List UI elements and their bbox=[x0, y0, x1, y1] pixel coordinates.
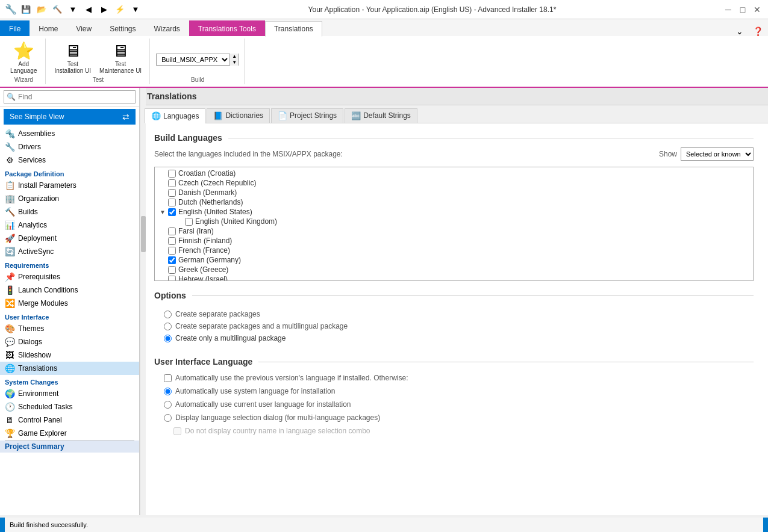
option-radio-only-multi[interactable] bbox=[164, 335, 172, 342]
sidebar-item-game-explorer[interactable]: 🏆 Game Explorer bbox=[0, 427, 139, 440]
tab-file[interactable]: File bbox=[0, 20, 30, 36]
ui-lang-current-radio[interactable] bbox=[164, 401, 172, 409]
lang-label: German (Germany) bbox=[178, 256, 241, 264]
option-separate-packages[interactable]: Create separate packages bbox=[164, 310, 744, 318]
ribbon-collapse[interactable]: ⌄ bbox=[731, 26, 748, 36]
option-radio-separate[interactable] bbox=[164, 311, 172, 318]
lang-checkbox-english-uk[interactable] bbox=[185, 218, 193, 226]
maximize-button[interactable]: □ bbox=[737, 4, 749, 16]
show-select[interactable]: Selected or known All Selected bbox=[681, 147, 754, 161]
search-input[interactable] bbox=[18, 93, 133, 101]
build-config-select[interactable]: Build_MSIX_APPX bbox=[157, 55, 229, 64]
lang-item-dutch[interactable]: Dutch (Netherlands) bbox=[155, 197, 753, 207]
lang-checkbox-croatian[interactable] bbox=[168, 170, 176, 178]
lang-item-french[interactable]: French (France) bbox=[155, 246, 753, 255]
lang-checkbox-finnish[interactable] bbox=[168, 237, 176, 245]
lang-item-english-us[interactable]: ▼ English (United States) bbox=[155, 207, 753, 217]
sidebar-item-slideshow[interactable]: 🖼 Slideshow bbox=[0, 348, 139, 362]
build-down-arrow[interactable]: ▼ bbox=[230, 60, 239, 66]
tab-home[interactable]: Home bbox=[30, 20, 67, 36]
minimize-button[interactable]: ─ bbox=[722, 4, 734, 16]
lang-checkbox-greek[interactable] bbox=[168, 266, 176, 274]
lang-checkbox-english-us[interactable] bbox=[168, 208, 176, 216]
tab-languages[interactable]: 🌐 Languages bbox=[145, 108, 205, 123]
lang-item-german[interactable]: German (Germany) bbox=[155, 255, 753, 265]
sidebar-item-deployment[interactable]: 🚀 Deployment bbox=[0, 232, 139, 245]
lang-checkbox-german[interactable] bbox=[168, 256, 176, 264]
quick-access-more[interactable]: ▼ bbox=[66, 4, 80, 16]
content-tabs: 🌐 Languages 📘 Dictionaries 📄 Project Str… bbox=[140, 105, 768, 123]
lang-item-croatian[interactable]: Croatian (Croatia) bbox=[155, 169, 753, 178]
option-radio-separate-multi[interactable] bbox=[164, 323, 172, 330]
sidebar-item-install-params[interactable]: 📋 Install Parameters bbox=[0, 179, 139, 192]
option-only-multi[interactable]: Create only a multilingual package bbox=[164, 334, 744, 342]
tab-translations-tools[interactable]: Translations Tools bbox=[189, 20, 265, 36]
section-header-user-interface: User Interface bbox=[0, 310, 139, 322]
sidebar-scrollbar[interactable] bbox=[140, 88, 146, 515]
tab-translations[interactable]: Translations bbox=[265, 21, 322, 37]
lang-item-greek[interactable]: Greek (Greece) bbox=[155, 265, 753, 274]
lang-checkbox-dutch[interactable] bbox=[168, 199, 176, 206]
lang-item-english-uk[interactable]: English (United Kingdom) bbox=[155, 217, 753, 226]
sidebar-item-merge-modules[interactable]: 🔀 Merge Modules bbox=[0, 297, 139, 310]
lang-item-finnish[interactable]: Finnish (Finland) bbox=[155, 236, 753, 246]
ui-lang-current-user[interactable]: Automatically use current user language … bbox=[154, 398, 754, 411]
tab-default-strings[interactable]: 🔤 Default Strings bbox=[345, 108, 417, 123]
tab-dictionaries[interactable]: 📘 Dictionaries bbox=[207, 108, 270, 123]
sidebar-item-dialogs[interactable]: 💬 Dialogs bbox=[0, 335, 139, 348]
sidebar-item-launch-conditions[interactable]: 🚦 Launch Conditions bbox=[0, 283, 139, 297]
ui-lang-prev-checkbox[interactable] bbox=[164, 374, 172, 382]
lang-checkbox-danish[interactable] bbox=[168, 189, 176, 197]
sidebar-item-environment[interactable]: 🌍 Environment bbox=[0, 387, 139, 400]
sidebar-item-assemblies[interactable]: 🔩 Assemblies bbox=[0, 127, 139, 140]
sidebar-item-control-panel[interactable]: 🖥 Control Panel bbox=[0, 413, 139, 427]
build-up-arrow[interactable]: ▲ bbox=[230, 54, 239, 60]
sidebar-item-builds[interactable]: 🔨 Builds bbox=[0, 205, 139, 218]
ui-lang-dialog-radio[interactable] bbox=[164, 414, 172, 422]
sidebar-item-prerequisites[interactable]: 📌 Prerequisites bbox=[0, 270, 139, 283]
quick-access-dropdown[interactable]: ▼ bbox=[129, 4, 142, 16]
lang-checkbox-hebrew[interactable] bbox=[168, 276, 176, 282]
sidebar-item-project-summary[interactable]: Project Summary bbox=[0, 441, 139, 453]
ui-lang-prev-version[interactable]: Automatically use the previous version's… bbox=[154, 371, 754, 385]
tab-project-strings[interactable]: 📄 Project Strings bbox=[271, 108, 343, 123]
test-maintenance-ui-button[interactable]: 🖥 TestMaintenance UI bbox=[96, 41, 145, 76]
build-select-wrap[interactable]: Build_MSIX_APPX ▲ ▼ bbox=[156, 54, 239, 66]
tab-view[interactable]: View bbox=[67, 20, 101, 36]
quick-access-extra[interactable]: ⚡ bbox=[113, 4, 126, 16]
lang-item-danish[interactable]: Danish (Denmark) bbox=[155, 188, 753, 197]
quick-access-build[interactable]: 🔨 bbox=[51, 4, 64, 16]
sidebar-item-organization[interactable]: 🏢 Organization bbox=[0, 192, 139, 205]
sidebar-item-label: Environment bbox=[18, 389, 58, 398]
ui-lang-no-country[interactable]: Do not display country name in language … bbox=[154, 424, 754, 438]
sidebar-item-themes[interactable]: 🎨 Themes bbox=[0, 322, 139, 335]
ui-lang-system[interactable]: Automatically use system language for in… bbox=[154, 385, 754, 398]
quick-access-open[interactable]: 📂 bbox=[35, 4, 48, 16]
sidebar-item-translations[interactable]: 🌐 Translations bbox=[0, 362, 139, 375]
ui-lang-no-country-checkbox[interactable] bbox=[173, 427, 181, 435]
simple-view-button[interactable]: See Simple View ⇄ bbox=[4, 109, 136, 125]
lang-item-farsi[interactable]: Farsi (Iran) bbox=[155, 226, 753, 236]
lang-checkbox-czech[interactable] bbox=[168, 179, 176, 187]
quick-access-forward[interactable]: ▶ bbox=[98, 4, 111, 16]
quick-access-back[interactable]: ◀ bbox=[82, 4, 95, 16]
close-button[interactable]: ✕ bbox=[751, 4, 763, 16]
sidebar-item-drivers[interactable]: 🔧 Drivers bbox=[0, 140, 139, 153]
ui-lang-system-radio[interactable] bbox=[164, 388, 172, 395]
tab-wizards[interactable]: Wizards bbox=[145, 20, 189, 36]
option-separate-and-multi[interactable]: Create separate packages and a multiling… bbox=[164, 322, 744, 330]
test-installation-ui-button[interactable]: 🖥 TestInstallation UI bbox=[52, 41, 95, 76]
lang-item-hebrew[interactable]: Hebrew (Israel) bbox=[155, 274, 753, 281]
lang-checkbox-farsi[interactable] bbox=[168, 227, 176, 235]
ribbon-help[interactable]: ❓ bbox=[748, 26, 768, 36]
ui-lang-dialog[interactable]: Display language selection dialog (for m… bbox=[154, 411, 754, 424]
add-language-wizard-button[interactable]: ⭐ AddLanguage bbox=[7, 41, 40, 76]
sidebar-item-services[interactable]: ⚙ Services bbox=[0, 153, 139, 167]
lang-checkbox-french[interactable] bbox=[168, 247, 176, 255]
tab-settings[interactable]: Settings bbox=[101, 20, 145, 36]
quick-access-save[interactable]: 💾 bbox=[19, 4, 33, 16]
sidebar-item-activesync[interactable]: 🔄 ActiveSync bbox=[0, 245, 139, 258]
sidebar-item-analytics[interactable]: 📊 Analytics bbox=[0, 218, 139, 232]
sidebar-item-scheduled-tasks[interactable]: 🕐 Scheduled Tasks bbox=[0, 400, 139, 413]
lang-item-czech[interactable]: Czech (Czech Republic) bbox=[155, 178, 753, 188]
